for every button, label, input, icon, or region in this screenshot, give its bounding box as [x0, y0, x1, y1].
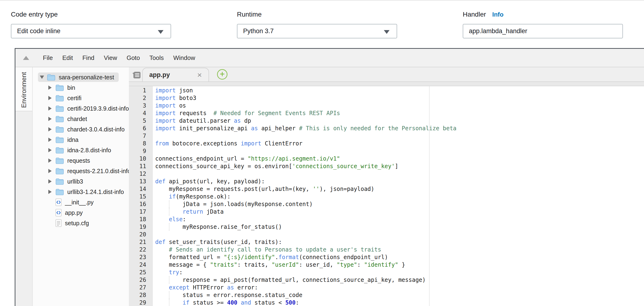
line-number: 24: [129, 261, 146, 269]
runtime-select[interactable]: Python 3.7: [237, 24, 397, 38]
disclosure-triangle-icon[interactable]: [48, 117, 56, 121]
indent-guide: [169, 276, 170, 284]
folder-icon: [56, 136, 64, 143]
indent-guide: [169, 223, 170, 231]
line-number: 2: [129, 94, 146, 102]
code-line: message = { "traits": traits, "userId": …: [155, 261, 644, 269]
disclosure-triangle-icon[interactable]: [48, 158, 56, 163]
disclosure-triangle-icon[interactable]: [40, 75, 47, 79]
menu-edit[interactable]: Edit: [58, 54, 78, 61]
tree-item-bin[interactable]: bin: [33, 82, 129, 93]
tree-item-label: chardet-3.0.4.dist-info: [67, 126, 125, 133]
tree-item-sara-personalize-test[interactable]: sara-personalize-test: [33, 72, 129, 82]
disclosure-triangle-icon[interactable]: [48, 85, 56, 90]
tree-row-highlight: idna: [46, 135, 83, 144]
editor-tabs-row: app.py × +: [129, 67, 644, 82]
tree-item-urllib3[interactable]: urllib3: [33, 176, 129, 187]
tree-item-label: bin: [67, 84, 75, 91]
menu-window[interactable]: Window: [168, 54, 200, 61]
tree-item-idna[interactable]: idna: [33, 135, 129, 145]
collapse-triangle-icon[interactable]: [23, 56, 29, 60]
menu-find[interactable]: Find: [78, 54, 99, 61]
line-number: 6: [129, 125, 146, 132]
code-line: if status >= 400 and status < 500:: [155, 299, 644, 306]
tree-item-label: requests: [67, 157, 90, 164]
tab-label: app.py: [149, 71, 170, 79]
tree-item-certifi[interactable]: certifi: [33, 93, 129, 103]
tree-item-label: idna-2.8.dist-info: [67, 147, 111, 154]
folder-icon: [56, 126, 64, 133]
disclosure-triangle-icon[interactable]: [48, 127, 56, 131]
handler-info-link[interactable]: Info: [492, 11, 504, 18]
code-entry-type-label: Code entry type: [11, 10, 58, 18]
tree-item-label: certifi: [67, 95, 82, 102]
tree-item-chardet-3.0.4.dist-info[interactable]: chardet-3.0.4.dist-info: [33, 124, 129, 135]
code-line: return jData: [155, 208, 644, 216]
tree-item-label: app.py: [65, 209, 83, 216]
code-line: [155, 132, 644, 140]
tree-item-label: urllib3-1.24.1.dist-info: [67, 189, 124, 195]
handler-input[interactable]: [463, 24, 623, 38]
code-line: response = api_post(formatted_url, conne…: [155, 276, 644, 284]
line-number: 8: [129, 140, 146, 147]
code-line: formatted_url = "{:s}/identify".format(c…: [155, 254, 644, 261]
tree-item-urllib3-1.24.1.dist-info[interactable]: urllib3-1.24.1.dist-info: [33, 187, 129, 197]
disclosure-triangle-icon[interactable]: [48, 169, 56, 173]
folder-icon: [56, 178, 64, 185]
tree-item-label: __init__.py: [65, 199, 94, 206]
tree-item-label: idna: [67, 136, 78, 143]
handler-label: Handler: [463, 10, 486, 18]
tree-item-requests-2.21.0.dist-info[interactable]: requests-2.21.0.dist-info: [33, 166, 129, 176]
disclosure-triangle-icon[interactable]: [48, 190, 56, 194]
tree-item-__init__.py[interactable]: __init__.py: [33, 197, 129, 208]
code-line: else:: [155, 216, 644, 223]
menu-file[interactable]: File: [38, 54, 58, 61]
ide-frame: FileEditFindViewGotoToolsWindow Environm…: [15, 48, 644, 306]
tree-item-setup.cfg[interactable]: setup.cfg: [33, 218, 129, 228]
close-icon[interactable]: ×: [197, 71, 202, 79]
line-number: 11: [129, 162, 146, 170]
line-number: 29: [129, 299, 146, 306]
new-tab-button[interactable]: +: [217, 69, 228, 80]
code-editor[interactable]: import jsonimport boto3import osimport r…: [153, 86, 644, 306]
line-number: 20: [129, 231, 146, 238]
disclosure-triangle-icon[interactable]: [48, 148, 56, 152]
menu-goto[interactable]: Goto: [122, 54, 144, 61]
line-number: 21: [129, 238, 146, 246]
folder-icon: [56, 168, 64, 174]
tree-row-highlight: urllib3-1.24.1.dist-info: [46, 187, 129, 197]
tree-item-certifi-2019.3.9.dist-info[interactable]: certifi-2019.3.9.dist-info: [33, 103, 129, 114]
disclosure-triangle-icon[interactable]: [48, 96, 56, 100]
disclosure-triangle-icon[interactable]: [48, 179, 56, 184]
tree-item-app.py[interactable]: app.py: [33, 208, 129, 218]
line-number: 27: [129, 284, 146, 291]
tab-app-py[interactable]: app.py ×: [142, 68, 209, 81]
menu-view[interactable]: View: [99, 54, 122, 61]
code-line: connections_source_api_key = os.environ[…: [155, 162, 644, 170]
line-number: 14: [129, 185, 146, 193]
tab-list-icon[interactable]: [132, 71, 142, 80]
tab-environment[interactable]: Environment: [16, 67, 32, 111]
line-number: 22: [129, 246, 146, 254]
editor-tab-strip: app.py × +: [129, 67, 644, 86]
tree-item-requests[interactable]: requests: [33, 155, 129, 166]
tree-item-label: setup.cfg: [65, 220, 89, 227]
disclosure-triangle-icon[interactable]: [48, 138, 56, 142]
code-line: import requests # Needed for Segment Eve…: [155, 109, 644, 117]
line-number: 12: [129, 170, 146, 178]
line-number: 10: [129, 155, 146, 162]
line-number: 26: [129, 276, 146, 284]
code-line: try:: [155, 269, 644, 276]
indent-guide: [169, 200, 170, 208]
tree-item-label: requests-2.21.0.dist-info: [67, 168, 129, 175]
menu-tools[interactable]: Tools: [145, 54, 169, 61]
line-number: 5: [129, 117, 146, 125]
disclosure-triangle-icon[interactable]: [48, 106, 56, 111]
tree-item-chardet[interactable]: chardet: [33, 114, 129, 124]
editor-gutter[interactable]: 1234567891011121314151617181920212223242…: [129, 86, 153, 306]
line-number: 9: [129, 147, 146, 155]
tree-item-idna-2.8.dist-info[interactable]: idna-2.8.dist-info: [33, 145, 129, 155]
plus-icon: +: [220, 70, 224, 78]
code-line: [155, 147, 644, 155]
code-entry-type-select[interactable]: Edit code inline: [11, 24, 171, 38]
